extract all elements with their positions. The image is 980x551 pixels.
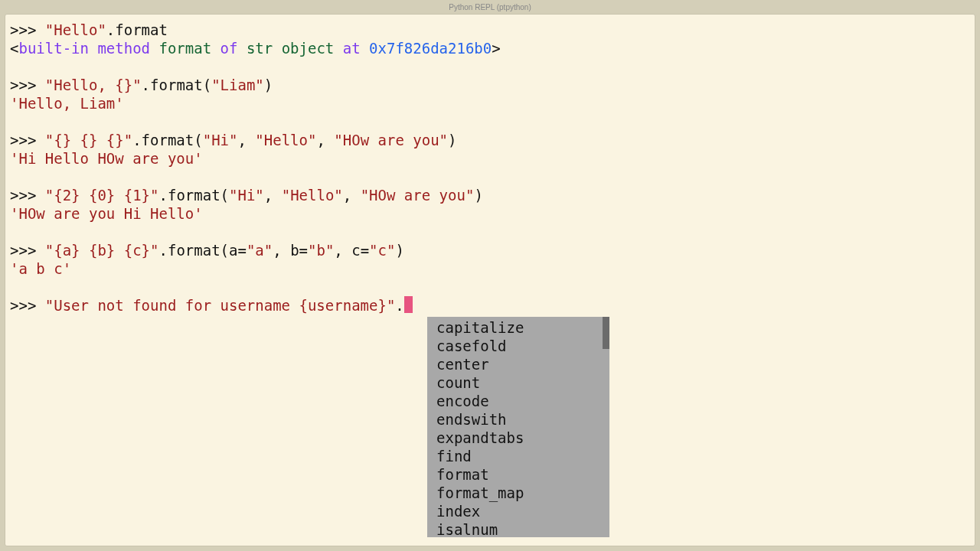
code-token: [273, 40, 281, 57]
code-token: (: [220, 242, 229, 259]
output-line: 'a b c': [10, 259, 970, 278]
code-token: "Liam": [211, 77, 264, 93]
code-token: format: [150, 77, 203, 93]
code-token: "Hi": [229, 187, 264, 204]
prompt: >>>: [10, 242, 45, 259]
code-token: , c=: [334, 242, 369, 259]
blank-line: [10, 278, 970, 296]
code-token: of: [211, 40, 247, 57]
code-token: ): [395, 242, 403, 259]
code-token: 'a b c': [10, 260, 71, 277]
code-token: "HOw are you": [334, 132, 448, 148]
code-token: "Hello": [255, 132, 316, 148]
output-line: 'HOw are you Hi Hello': [10, 204, 970, 223]
code-token: built-in method: [18, 40, 158, 57]
code-token: "Hello": [282, 187, 343, 204]
code-token: "{} {} {}": [45, 132, 132, 148]
code-token: 0x7f826da216b0: [369, 40, 492, 57]
code-token: ,: [343, 187, 361, 204]
input-line: >>> "{2} {0} {1}".format("Hi", "Hello", …: [10, 186, 970, 204]
code-token: "HOw are you": [361, 187, 475, 204]
prompt: >>>: [10, 132, 45, 148]
code-token: "c": [369, 242, 395, 259]
completion-scrollbar[interactable]: [603, 317, 609, 537]
completion-item[interactable]: format: [435, 465, 609, 484]
code-token: ,: [316, 132, 334, 148]
window-title: Python REPL (ptpython): [449, 3, 531, 11]
code-token: format: [115, 21, 168, 38]
completion-item[interactable]: casefold: [435, 337, 609, 355]
completion-item[interactable]: find: [435, 447, 609, 465]
code-token: .: [106, 21, 115, 38]
prompt: >>>: [10, 77, 45, 93]
completion-item[interactable]: format_map: [435, 484, 609, 502]
code-token: 'Hello, Liam': [10, 95, 124, 112]
code-token: (: [203, 77, 211, 93]
code-token: "{a} {b} {c}": [45, 242, 159, 259]
completion-item[interactable]: expandtabs: [435, 429, 609, 447]
code-token: format: [168, 187, 220, 204]
completion-item[interactable]: capitalize: [435, 318, 609, 337]
prompt: >>>: [10, 21, 45, 38]
code-token: ): [264, 77, 273, 93]
completion-popup[interactable]: capitalizecasefoldcentercountencodeendsw…: [427, 317, 609, 537]
prompt: >>>: [10, 297, 45, 314]
completion-scrollbar-thumb[interactable]: [603, 317, 609, 349]
code-token: format: [158, 40, 211, 57]
code-token: ,: [237, 132, 255, 148]
completion-item[interactable]: encode: [435, 392, 609, 410]
repl-history: >>> "Hello".format<built-in method forma…: [10, 21, 970, 296]
prompt: >>>: [10, 187, 45, 204]
code-token: "b": [308, 242, 334, 259]
code-token: str: [247, 40, 273, 57]
code-token: a=: [229, 242, 247, 259]
code-token: .: [395, 297, 403, 314]
input-line: >>> "{a} {b} {c}".format(a="a", b="b", c…: [10, 241, 970, 259]
window-titlebar: Python REPL (ptpython): [0, 0, 980, 14]
input-line: >>> "Hello".format: [10, 21, 970, 39]
blank-line: [10, 223, 970, 241]
input-line: >>> "Hello, {}".format("Liam"): [10, 76, 970, 94]
code-token: 'Hi Hello HOw are you': [10, 150, 203, 167]
code-token: ): [448, 132, 456, 148]
code-token: "Hello, {}": [45, 77, 142, 93]
blank-line: [10, 112, 970, 131]
output-line: <built-in method format of str object at…: [10, 39, 970, 57]
code-token: "{2} {0} {1}": [45, 187, 159, 204]
code-token: at: [334, 40, 369, 57]
code-token: format: [168, 242, 220, 259]
code-token: 'HOw are you Hi Hello': [10, 205, 203, 222]
code-token: .: [132, 132, 141, 148]
code-token: (: [220, 187, 229, 204]
code-token: format: [142, 132, 194, 148]
output-line: 'Hello, Liam': [10, 94, 970, 112]
completion-item[interactable]: center: [435, 355, 609, 373]
blank-line: [10, 168, 970, 186]
terminal-pane[interactable]: >>> "Hello".format<built-in method forma…: [5, 14, 975, 546]
code-token: ,: [264, 187, 282, 204]
code-token: "Hello": [45, 21, 106, 38]
code-token: >: [492, 40, 500, 57]
code-token: "a": [247, 242, 273, 259]
code-token: , b=: [273, 242, 308, 259]
code-token: .: [158, 187, 167, 204]
code-token: .: [158, 242, 167, 259]
text-cursor: [404, 296, 413, 313]
input-line: >>> "{} {} {}".format("Hi", "Hello", "HO…: [10, 131, 970, 149]
current-line[interactable]: >>> "User not found for username {userna…: [10, 296, 970, 315]
completion-item[interactable]: endswith: [435, 410, 609, 429]
completion-item[interactable]: isalnum: [435, 520, 609, 537]
code-token: "Hi": [203, 132, 238, 148]
code-token: ): [474, 187, 482, 204]
code-token: <: [10, 40, 18, 57]
output-line: 'Hi Hello HOw are you': [10, 149, 970, 168]
code-token: "User not found for username {username}": [45, 297, 396, 314]
code-token: .: [142, 77, 150, 93]
blank-line: [10, 57, 970, 76]
code-token: object: [282, 40, 335, 57]
code-token: (: [194, 132, 202, 148]
completion-item[interactable]: index: [435, 502, 609, 520]
completion-item[interactable]: count: [435, 373, 609, 392]
